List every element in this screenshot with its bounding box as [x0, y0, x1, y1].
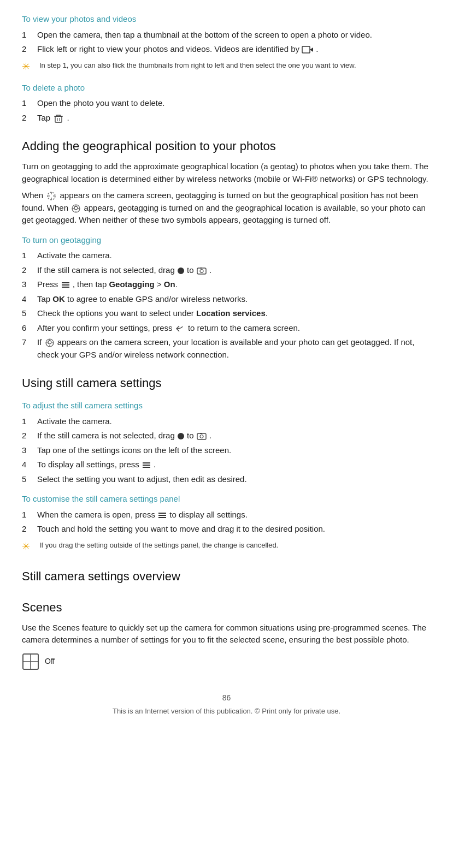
delete-photo-section: To delete a photo 1 Open the photo you w… — [22, 82, 431, 124]
menu-icon3 — [158, 513, 166, 518]
list-item: 2 If the still camera is not selected, d… — [22, 430, 431, 442]
list-item: 1 Open the camera, then tap a thumbnail … — [22, 29, 431, 41]
camera-small-icon2 — [197, 432, 207, 440]
list-item: 1 Activate the camera. — [22, 249, 431, 262]
video-icon — [302, 45, 314, 54]
adding-geo-section: Adding the geographical position to your… — [22, 137, 431, 361]
page-number: 86 — [22, 692, 431, 704]
turn-on-geo-heading: To turn on geotagging — [22, 234, 431, 247]
adjust-settings-steps: 1 Activate the camera. 2 If the still ca… — [22, 415, 431, 486]
tip-text: In step 1, you can also flick the thumbn… — [39, 60, 356, 71]
view-photos-tip: ✳ In step 1, you can also flick the thum… — [22, 60, 431, 74]
still-camera-heading: Using still camera settings — [22, 374, 431, 392]
customise-settings-heading: To customise the still camera settings p… — [22, 493, 431, 506]
tip-icon2: ✳ — [22, 539, 34, 554]
geo-para1: Turn on geotagging to add the approximat… — [22, 160, 431, 185]
list-item: 2 If the still camera is not selected, d… — [22, 264, 431, 277]
adjust-settings-subsection: To adjust the still camera settings 1 Ac… — [22, 400, 431, 485]
list-item: 1 Activate the camera. — [22, 415, 431, 428]
list-item: 1 Open the photo you want to delete. — [22, 97, 431, 110]
still-camera-section: Using still camera settings To adjust th… — [22, 374, 431, 554]
svg-rect-20 — [197, 268, 206, 274]
geo-searching-icon — [46, 191, 56, 201]
customise-tip-text: If you drag the setting outside of the s… — [39, 540, 278, 551]
camera-small-icon — [197, 267, 207, 275]
tip-icon: ✳ — [22, 60, 34, 74]
turn-on-geo-steps: 1 Activate the camera. 2 If the still ca… — [22, 249, 431, 361]
scenes-off-row: Off — [22, 653, 431, 670]
circle-icon2 — [178, 433, 184, 439]
list-item: 2 Touch and hold the setting you want to… — [22, 523, 431, 536]
view-photos-heading: To view your photos and videos — [22, 13, 431, 26]
scenes-heading: Scenes — [22, 598, 431, 616]
overview-heading: Still camera settings overview — [22, 567, 431, 585]
list-item: 5 Select the setting you want to adjust,… — [22, 473, 431, 486]
scenes-body: Use the Scenes feature to quickly set up… — [22, 622, 431, 646]
list-item: 2 Tap . — [22, 112, 431, 124]
footer-disclaimer: This is an Internet version of this publ… — [22, 706, 431, 717]
svg-rect-29 — [197, 433, 206, 439]
menu-icon2 — [143, 462, 150, 468]
geo-found-icon2 — [45, 338, 54, 347]
list-item: 6 After you confirm your settings, press… — [22, 322, 431, 335]
scenes-section: Scenes Use the Scenes feature to quickly… — [22, 598, 431, 670]
delete-photo-steps: 1 Open the photo you want to delete. 2 T… — [22, 97, 431, 124]
customise-settings-steps: 1 When the camera is open, press to disp… — [22, 509, 431, 536]
circle-icon — [178, 267, 184, 274]
svg-rect-2 — [55, 116, 62, 122]
adding-geo-heading: Adding the geographical position to your… — [22, 137, 431, 155]
svg-point-14 — [74, 206, 78, 210]
overview-section: Still camera settings overview — [22, 567, 431, 585]
svg-point-30 — [200, 435, 203, 438]
list-item: 2 Flick left or right to view your photo… — [22, 43, 431, 56]
trash-icon — [54, 114, 63, 123]
adjust-settings-heading: To adjust the still camera settings — [22, 400, 431, 412]
back-icon — [176, 325, 185, 332]
page-footer: 86 This is an Internet version of this p… — [22, 692, 431, 717]
list-item: 7 If appears on the camera screen, your … — [22, 336, 431, 361]
svg-point-23 — [48, 341, 51, 344]
list-item: 3 Press , then tap Geotagging > On. — [22, 278, 431, 291]
turn-on-geo-subsection: To turn on geotagging 1 Activate the cam… — [22, 234, 431, 361]
scenes-off-label: Off — [45, 656, 55, 667]
svg-rect-31 — [200, 433, 202, 434]
list-item: 4 To display all settings, press . — [22, 459, 431, 471]
scenes-grid-icon — [22, 653, 39, 670]
view-photos-section: To view your photos and videos 1 Open th… — [22, 13, 431, 74]
svg-rect-22 — [200, 267, 202, 269]
svg-point-21 — [200, 269, 203, 272]
list-item: 4 Tap OK to agree to enable GPS and/or w… — [22, 293, 431, 306]
customise-tip: ✳ If you drag the setting outside of the… — [22, 540, 431, 554]
delete-photo-heading: To delete a photo — [22, 82, 431, 94]
svg-marker-1 — [310, 47, 313, 52]
svg-rect-0 — [302, 46, 310, 53]
view-photos-steps: 1 Open the camera, then tap a thumbnail … — [22, 29, 431, 56]
list-item: 5 Check the options you want to select u… — [22, 307, 431, 320]
geo-para2: When appears on the camera screen, geota… — [22, 189, 431, 227]
list-item: 3 Tap one of the settings icons on the l… — [22, 444, 431, 457]
customise-settings-subsection: To customise the still camera settings p… — [22, 493, 431, 554]
list-item: 1 When the camera is open, press to disp… — [22, 509, 431, 521]
geo-found-icon — [72, 204, 80, 213]
menu-icon — [62, 282, 69, 288]
